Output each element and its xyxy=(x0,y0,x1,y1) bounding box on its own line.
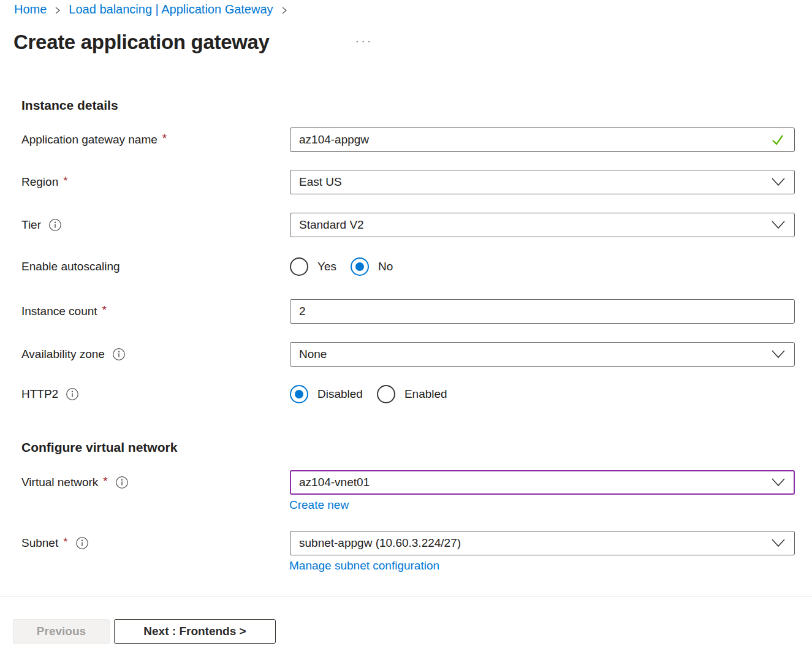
section-heading-configure-virtual-network: Configure virtual network xyxy=(21,440,177,455)
info-icon[interactable] xyxy=(115,476,129,489)
required-asterisk: * xyxy=(63,535,67,549)
radio-circle-icon xyxy=(351,257,369,276)
tier-value: Standard V2 xyxy=(299,218,364,232)
section-heading-instance-details: Instance details xyxy=(21,98,118,113)
tier-dropdown[interactable]: Standard V2 xyxy=(290,213,795,237)
application-gateway-name-input[interactable] xyxy=(290,128,795,152)
radio-label-disabled: Disabled xyxy=(317,387,363,401)
required-asterisk: * xyxy=(103,474,107,488)
breadcrumb-load-balancing-application-gateway[interactable]: Load balancing | Application Gateway xyxy=(69,2,273,17)
http2-label: HTTP2 xyxy=(21,387,58,401)
breadcrumb-home[interactable]: Home xyxy=(14,2,47,17)
breadcrumb: Home Load balancing | Application Gatewa… xyxy=(14,2,289,17)
application-gateway-name-label: Application gateway name xyxy=(21,133,157,147)
subnet-label: Subnet xyxy=(21,536,58,550)
virtual-network-value: az104-vnet01 xyxy=(299,476,370,489)
enable-autoscaling-label: Enable autoscaling xyxy=(21,260,120,273)
availability-zone-dropdown[interactable]: None xyxy=(290,342,795,367)
field-virtual-network: Virtual network * az104-vnet01 xyxy=(21,470,795,495)
region-label: Region xyxy=(21,175,58,189)
radio-option-yes[interactable]: Yes xyxy=(290,257,336,276)
virtual-network-dropdown[interactable]: az104-vnet01 xyxy=(290,470,795,495)
virtual-network-label: Virtual network xyxy=(21,476,98,489)
chevron-right-icon xyxy=(53,6,62,15)
field-application-gateway-name: Application gateway name * xyxy=(21,128,795,152)
instance-count-input[interactable] xyxy=(290,299,795,324)
create-new-link[interactable]: Create new xyxy=(289,498,349,512)
availability-zone-value: None xyxy=(299,348,327,361)
page-title: Create application gateway xyxy=(13,31,270,54)
subnet-dropdown[interactable]: subnet-appgw (10.60.3.224/27) xyxy=(290,531,795,555)
more-options-button[interactable]: ··· xyxy=(355,36,373,48)
radio-label-no: No xyxy=(378,260,393,273)
http2-radio-group: Disabled Enabled xyxy=(290,385,461,403)
next-frontends-button[interactable]: Next : Frontends > xyxy=(114,619,276,644)
info-icon[interactable] xyxy=(48,218,62,232)
radio-option-no[interactable]: No xyxy=(351,257,393,276)
subnet-value: subnet-appgw (10.60.3.224/27) xyxy=(299,536,461,550)
valid-check-icon xyxy=(770,132,786,148)
previous-button[interactable]: Previous xyxy=(13,619,110,644)
radio-label-enabled: Enabled xyxy=(404,387,447,401)
radio-circle-icon xyxy=(290,257,308,276)
radio-option-enabled[interactable]: Enabled xyxy=(377,385,447,403)
required-asterisk: * xyxy=(102,303,107,317)
instance-count-label: Instance count xyxy=(21,305,97,318)
field-region: Region * East US xyxy=(21,170,795,194)
field-enable-autoscaling: Enable autoscaling Yes No xyxy=(21,257,795,276)
field-instance-count: Instance count * xyxy=(21,299,795,324)
field-subnet: Subnet * subnet-appgw (10.60.3.224/27) xyxy=(21,531,795,555)
required-asterisk: * xyxy=(63,174,67,188)
radio-option-disabled[interactable]: Disabled xyxy=(290,385,363,403)
field-tier: Tier Standard V2 xyxy=(21,213,795,237)
radio-circle-icon xyxy=(377,385,395,403)
region-value: East US xyxy=(299,175,342,189)
enable-autoscaling-radio-group: Yes No xyxy=(290,257,407,276)
radio-label-yes: Yes xyxy=(317,260,336,273)
info-icon[interactable] xyxy=(112,348,126,361)
manage-subnet-configuration-link[interactable]: Manage subnet configuration xyxy=(289,559,439,573)
chevron-right-icon xyxy=(280,6,289,15)
info-icon[interactable] xyxy=(75,536,89,550)
region-dropdown[interactable]: East US xyxy=(290,170,795,194)
availability-zone-label: Availability zone xyxy=(21,348,105,361)
radio-circle-icon xyxy=(290,385,308,403)
required-asterisk: * xyxy=(162,132,167,145)
tier-label: Tier xyxy=(21,218,41,232)
info-icon[interactable] xyxy=(66,387,79,401)
footer-divider xyxy=(0,596,812,596)
field-availability-zone: Availability zone None xyxy=(21,342,795,367)
field-http2: HTTP2 Disabled Enabled xyxy=(21,385,795,403)
